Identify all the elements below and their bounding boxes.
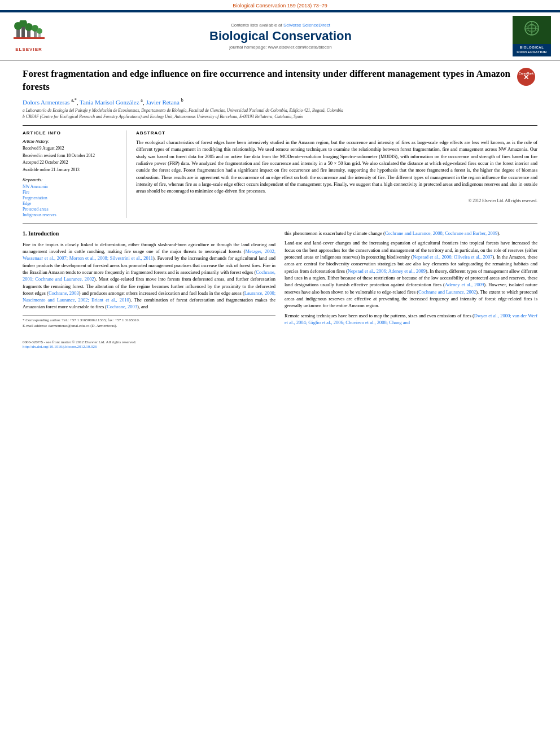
journal-name: Biological Conservation	[54, 29, 507, 43]
crossmark-badge: ✕ CrossMark	[517, 68, 537, 86]
keyword-3: Fragmentation	[23, 195, 120, 200]
svg-rect-0	[14, 37, 45, 39]
keyword-6: Indigenous reserves	[23, 212, 120, 217]
intro-para-1: Fire in the tropics is closely linked to…	[23, 241, 275, 311]
author-3: Javier Retana	[146, 99, 180, 106]
authors-line: Dolors Armenteras a,*, Tania Marisol Gon…	[23, 98, 537, 106]
intro-para-right-3: Remote sensing techniques have been used…	[285, 312, 537, 326]
author-1: Dolors Armenteras	[23, 99, 69, 106]
paper-title-block: Forest fragmentation and edge influence …	[23, 68, 537, 94]
ref-metzger: Metzger, 2002; Wassenaar et al., 2007; M…	[23, 248, 275, 261]
footnote-section: * Corresponding author. Tel.: +57 1 3165…	[23, 315, 275, 329]
abstract-section: ABSTRACT The ecological characteristics …	[136, 130, 537, 218]
history-label: Article history:	[23, 139, 120, 144]
journal-title-block: Contents lists available at SciVerse Sci…	[54, 23, 507, 50]
sciverse-link[interactable]: SciVerse ScienceDirect	[283, 23, 330, 28]
body-content: 1. Introduction Fire in the tropics is c…	[23, 230, 537, 329]
abstract-text: The ecological characteristics of forest…	[136, 139, 537, 195]
journal-citation: Biological Conservation 159 (2013) 73–79	[0, 0, 560, 10]
keyword-4: Edge	[23, 201, 120, 206]
ref-adeney-2009: Adeney et al., 2009	[445, 282, 484, 287]
email-note: E-mail address: darmenteras@unal.edu.co …	[23, 324, 275, 329]
ref-cochrane-2001: Cochrane, 2001; Cochrane and Laurance, 2…	[23, 269, 275, 282]
ref-nepstad-2006: Nepstad et al., 2006; Oliveira et al., 2…	[413, 254, 492, 260]
article-info-column: ARTICLE INFO Article history: Received 9…	[23, 130, 127, 218]
article-info-heading: ARTICLE INFO	[23, 130, 120, 136]
intro-para-right-2: Land-use and land-cover changes and the …	[285, 239, 537, 309]
ref-cochrane-laurance-2002: Cochrane and Laurance, 2002	[418, 289, 476, 295]
biocon-badge: BIOLOGICAL CONSERVATION	[513, 16, 551, 56]
intro-section-title: 1. Introduction	[23, 230, 275, 238]
journal-header-bar: ELSEVIER Contents lists available at Sci…	[0, 11, 560, 60]
date-received: Received 9 August 2012	[23, 146, 120, 152]
affiliation-2: b CREAF (Centre for Ecological Research …	[23, 114, 537, 120]
ref-nepstad-2006b: Nepstad et al., 2006; Adeney et al., 200…	[348, 268, 426, 274]
abstract-heading: ABSTRACT	[136, 130, 537, 136]
elsevier-tree-icon	[14, 20, 45, 47]
citation-text: Biological Conservation 159 (2013) 73–79	[233, 3, 327, 8]
biocon-badge-text: BIOLOGICAL CONSERVATION	[513, 44, 551, 56]
keyword-2: Fire	[23, 190, 120, 195]
ref-cochrane-2008: Cochrane and Laurance, 2008; Cochrane an…	[385, 230, 498, 236]
bottom-bar: 0006-3207/$ - see front matter © 2012 El…	[0, 338, 560, 351]
ref-cochrane-2003b: Cochrane, 2003	[107, 304, 137, 309]
article-info-abstract-block: ARTICLE INFO Article history: Received 9…	[23, 125, 537, 218]
keyword-1: NW Amazonia	[23, 184, 120, 189]
paper-title: Forest fragmentation and edge influence …	[23, 68, 511, 94]
date-online: Available online 21 January 2013	[23, 167, 120, 173]
sciverse-line: Contents lists available at SciVerse Sci…	[54, 23, 507, 28]
affiliations: a Laboratorio de Ecología del Paisaje y …	[23, 108, 537, 120]
affiliation-1: a Laboratorio de Ecología del Paisaje y …	[23, 108, 537, 114]
svg-point-10	[37, 28, 42, 34]
biocon-image-icon	[513, 16, 551, 44]
date-accepted: Accepted 22 October 2012	[23, 160, 120, 166]
elsevier-label: ELSEVIER	[15, 47, 42, 52]
keyword-5: Protected areas	[23, 207, 120, 212]
svg-point-6	[25, 23, 33, 31]
body-col-right: this phenomenon is exacerbated by climat…	[285, 230, 537, 329]
keywords-label: Keywords:	[23, 177, 120, 182]
main-content: Forest fragmentation and edge influence …	[0, 61, 560, 336]
intro-para-right-1: this phenomenon is exacerbated by climat…	[285, 230, 537, 237]
issn-line: 0006-3207/$ - see front matter © 2012 El…	[23, 340, 136, 344]
keywords-section: Keywords: NW Amazonia Fire Fragmentation…	[23, 177, 120, 217]
date-revised: Received in revised form 18 October 2012	[23, 153, 120, 159]
body-col-left: 1. Introduction Fire in the tropics is c…	[23, 230, 275, 329]
copyright-line: © 2012 Elsevier Ltd. All rights reserved…	[136, 198, 537, 203]
journal-homepage: journal homepage: www.elsevier.com/locat…	[54, 45, 507, 50]
crossmark-icon: ✕ CrossMark	[517, 68, 535, 86]
elsevier-logo: ELSEVIER	[9, 20, 49, 52]
corresponding-author-note: * Corresponding author. Tel.: +57 1 3165…	[23, 318, 275, 324]
ref-cochrane-2003: Cochrane, 2003	[49, 290, 79, 296]
svg-text:CrossMark: CrossMark	[519, 72, 533, 75]
ref-dwyer-2000: Dwyer et al., 2000; van der Werf et al.,…	[285, 313, 537, 325]
section-divider	[23, 224, 537, 224]
issn-text: 0006-3207/$ - see front matter © 2012 El…	[23, 340, 136, 349]
doi-line: http://dx.doi.org/10.1016/j.biocon.2012.…	[23, 344, 136, 349]
author-2: Tania Marisol González	[80, 99, 139, 106]
